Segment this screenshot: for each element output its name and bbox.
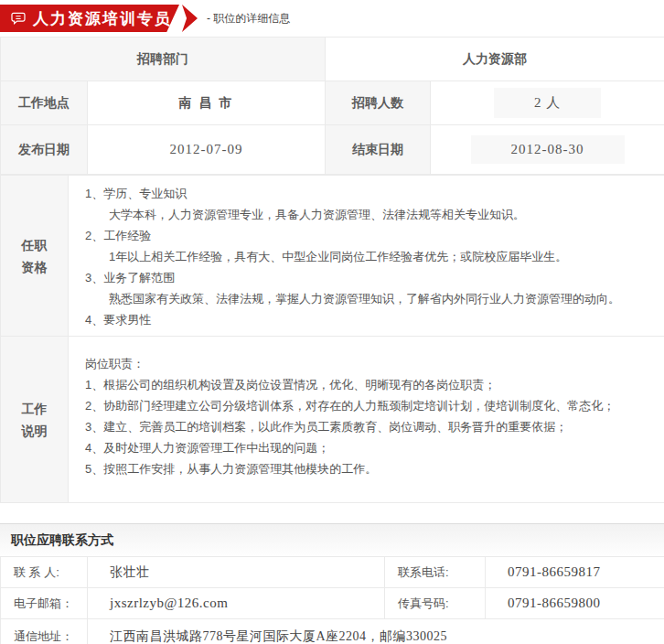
label-headcount: 招聘人数 [326,81,431,125]
page-header: 人力资源培训专员 - 职位的详细信息 [0,0,664,37]
job-detail-page: 人力资源培训专员 - 职位的详细信息 招聘部门 人力资源部 工作地点 南 昌 市… [0,0,664,644]
speech-bubble-icon [11,12,26,25]
value-contact-phone: 0791-86659817 [486,557,664,588]
page-title: 人力资源培训专员 [33,8,172,29]
table-row: 通信地址： 江西南昌洪城路778号星河国际大厦A座2204，邮编330025 [1,619,664,644]
value-contact-fax: 0791-86659800 [486,588,664,619]
description-line: 5、按照工作安排，从事人力资源管理其他模块的工作。 [85,458,655,479]
table-row: 发布日期 2012-07-09 结束日期 2012-08-30 [1,125,664,175]
table-row: 招聘部门 人力资源部 [1,38,664,81]
label-publish-date: 发布日期 [1,125,88,175]
label-work-location: 工作地点 [1,81,88,125]
value-contact-address: 江西南昌洪城路778号星河国际大厦A座2204，邮编330025 [88,619,664,644]
job-description-content: 岗位职责： 1、根据公司的组织机构设置及岗位设置情况，优化、明晰现有的各岗位职责… [69,337,664,503]
value-recruit-dept: 人力资源部 [326,38,664,81]
page-subtitle: - 职位的详细信息 [207,5,290,32]
label-contact-person: 联 系 人: [1,557,88,588]
table-row: 工作地点 南 昌 市 招聘人数 2 人 [1,81,664,125]
contact-section-title: 职位应聘联系方式 [0,523,664,556]
contact-table: 联 系 人: 张壮壮 联系电话: 0791-86659817 电子邮箱： jxs… [0,556,664,644]
value-headcount: 2 人 [494,88,601,118]
section-divider [0,503,664,523]
description-line: 2、协助部门经理建立公司分级培训体系，对存在的人力瓶颈制定培训计划，使培训制度化… [85,395,655,416]
label-job-description-line1: 工作 [2,398,67,420]
qualifications-content: 1、学历、专业知识 大学本科，人力资源管理专业，具备人力资源管理、法律法规等相关… [69,176,664,337]
description-line: 3、建立、完善员工的培训档案，以此作为员工素质教育、岗位调动、职务晋升的重要依据… [85,416,655,437]
value-headcount-cell: 2 人 [431,81,664,125]
value-end-date: 2012-08-30 [471,135,625,164]
label-recruit-dept: 招聘部门 [1,38,326,81]
qualification-line: 熟悉国家有关政策、法律法规，掌握人力资源管理知识，了解省内外同行业人力资源管理的… [85,288,655,309]
label-contact-address: 通信地址： [1,619,88,644]
job-info-table: 招聘部门 人力资源部 工作地点 南 昌 市 招聘人数 2 人 发布日期 2012… [0,37,664,175]
table-row: 工作 说明 岗位职责： 1、根据公司的组织机构设置及岗位设置情况，优化、明晰现有… [1,337,664,503]
value-end-date-cell: 2012-08-30 [431,125,664,175]
label-contact-fax: 传真号码: [385,588,486,619]
label-job-description-line2: 说明 [2,420,67,442]
value-publish-date: 2012-07-09 [88,125,326,175]
label-qualifications-line1: 任职 [2,234,67,256]
description-line: 4、及时处理人力资源管理工作中出现的问题； [85,437,655,458]
qualification-line: 1年以上相关工作经验，具有大、中型企业同岗位工作经验者优先；或院校应届毕业生。 [85,246,655,267]
description-line: 1、根据公司的组织机构设置及岗位设置情况，优化、明晰现有的各岗位职责； [85,374,655,395]
qualification-line: 2、工作经验 [85,225,655,246]
ribbon-arrow-icon [182,5,198,32]
qualification-line: 大学本科，人力资源管理专业，具备人力资源管理、法律法规等相关专业知识。 [85,204,655,225]
table-row: 任职 资格 1、学历、专业知识 大学本科，人力资源管理专业，具备人力资源管理、法… [1,176,664,337]
qualification-line: 3、业务了解范围 [85,267,655,288]
description-line: 岗位职责： [85,353,655,374]
job-title-ribbon: 人力资源培训专员 [0,5,179,32]
qualification-line: 4、要求男性 [85,309,655,330]
table-row: 联 系 人: 张壮壮 联系电话: 0791-86659817 [1,557,664,588]
value-contact-email: jxszrlzyb@126.com [88,588,385,619]
value-work-location: 南 昌 市 [88,81,326,125]
qualification-line: 1、学历、专业知识 [85,183,655,204]
label-qualifications-line2: 资格 [2,256,67,278]
label-job-description: 工作 说明 [1,337,69,503]
label-contact-email: 电子邮箱： [1,588,88,619]
label-contact-phone: 联系电话: [385,557,486,588]
label-end-date: 结束日期 [326,125,431,175]
job-detail-table: 任职 资格 1、学历、专业知识 大学本科，人力资源管理专业，具备人力资源管理、法… [0,175,664,503]
table-row: 电子邮箱： jxszrlzyb@126.com 传真号码: 0791-86659… [1,588,664,619]
value-contact-person: 张壮壮 [88,557,385,588]
label-qualifications: 任职 资格 [1,176,69,337]
